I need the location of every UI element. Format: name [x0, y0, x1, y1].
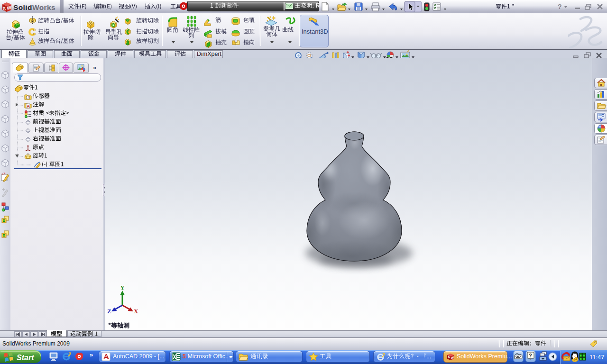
- svg-text:Z: Z: [107, 308, 111, 315]
- svg-text:S: S: [2, 6, 6, 12]
- svg-text:Start: Start: [17, 354, 34, 362]
- svg-text:»: »: [90, 351, 93, 358]
- svg-text:S: S: [448, 355, 450, 359]
- svg-text:A: A: [27, 104, 30, 109]
- svg-text:Y: Y: [120, 284, 125, 291]
- svg-text:?: ?: [558, 3, 562, 10]
- svg-text:X: X: [134, 308, 138, 315]
- svg-text:W: W: [451, 355, 454, 359]
- svg-text:W: W: [7, 5, 12, 11]
- svg-text:?: ?: [529, 353, 532, 358]
